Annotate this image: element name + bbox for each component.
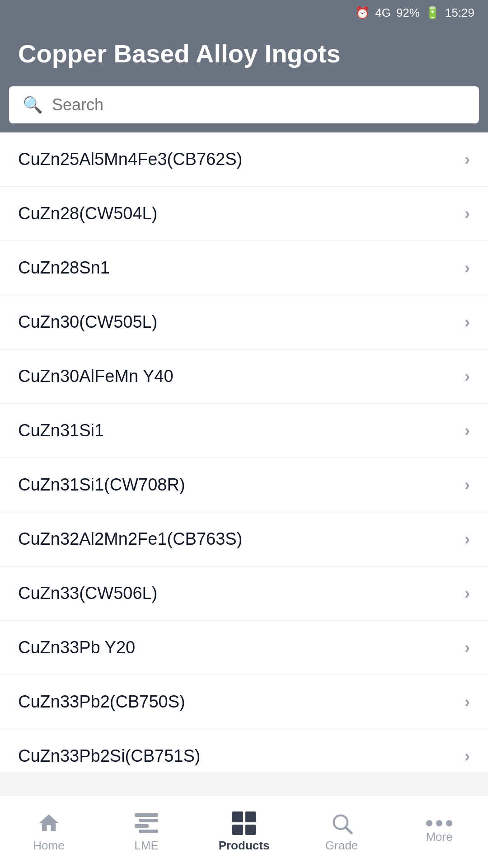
search-bar[interactable]: 🔍 <box>9 86 479 123</box>
chevron-right-icon: › <box>465 150 470 169</box>
chevron-right-icon: › <box>465 693 470 712</box>
bottom-navigation: Home LME Products Grade M <box>0 796 488 868</box>
status-bar: ⏰ 4G 92% 🔋 15:29 <box>0 0 488 25</box>
svg-line-1 <box>346 828 352 833</box>
nav-item-products[interactable]: Products <box>195 804 293 860</box>
chevron-right-icon: › <box>465 476 470 495</box>
list-item-label: CuZn31Si1(CW708R) <box>18 475 185 495</box>
list-item-label: CuZn28(CW504L) <box>18 204 157 223</box>
list-item[interactable]: CuZn33Pb Y20 › <box>0 621 488 675</box>
list-item-label: CuZn30(CW505L) <box>18 312 157 332</box>
battery-text: 92% <box>396 6 420 20</box>
search-input[interactable] <box>52 95 465 114</box>
list-item-label: CuZn31Si1 <box>18 421 104 440</box>
nav-item-grade[interactable]: Grade <box>293 804 390 860</box>
list-item[interactable]: CuZn28(CW504L) › <box>0 187 488 241</box>
chevron-right-icon: › <box>465 421 470 440</box>
chevron-right-icon: › <box>465 204 470 223</box>
nav-label-grade: Grade <box>325 839 358 853</box>
chevron-right-icon: › <box>465 747 470 766</box>
products-icon <box>232 811 256 835</box>
nav-label-more: More <box>426 830 452 844</box>
list-item[interactable]: CuZn33(CW506L) › <box>0 566 488 621</box>
chevron-right-icon: › <box>465 530 470 549</box>
time-display: 15:29 <box>445 6 474 20</box>
more-icon <box>426 820 452 826</box>
list-item[interactable]: CuZn30AlFeMn Y40 › <box>0 349 488 404</box>
list-item-label: CuZn33Pb2(CB750S) <box>18 692 185 712</box>
list-item[interactable]: CuZn28Sn1 › <box>0 241 488 295</box>
search-icon: 🔍 <box>23 95 43 114</box>
list-item-label: CuZn33Pb Y20 <box>18 638 135 657</box>
chevron-right-icon: › <box>465 638 470 657</box>
battery-icon: 🔋 <box>425 6 440 20</box>
list-item[interactable]: CuZn33Pb2(CB750S) › <box>0 675 488 729</box>
list-item-label: CuZn33Pb2Si(CB751S) <box>18 746 200 766</box>
list-item[interactable]: CuZn31Si1 › <box>0 404 488 458</box>
page-title: Copper Based Alloy Ingots <box>18 39 470 68</box>
chevron-right-icon: › <box>465 259 470 278</box>
chevron-right-icon: › <box>465 584 470 603</box>
nav-label-products: Products <box>219 839 270 853</box>
nav-item-more[interactable]: More <box>390 813 488 851</box>
nav-item-lme[interactable]: LME <box>98 804 195 860</box>
list-item-label: CuZn33(CW506L) <box>18 584 157 603</box>
home-icon <box>37 811 61 835</box>
list-item-label: CuZn30AlFeMn Y40 <box>18 367 174 386</box>
page-header: Copper Based Alloy Ingots <box>0 25 488 86</box>
list-item-label: CuZn25Al5Mn4Fe3(CB762S) <box>18 150 242 169</box>
list-item[interactable]: CuZn30(CW505L) › <box>0 295 488 349</box>
nav-label-home: Home <box>33 839 64 853</box>
chevron-right-icon: › <box>465 313 470 332</box>
grade-icon <box>330 811 353 835</box>
list-item[interactable]: CuZn25Al5Mn4Fe3(CB762S) › <box>0 132 488 187</box>
list-item-label: CuZn32Al2Mn2Fe1(CB763S) <box>18 529 242 549</box>
alloy-list: CuZn25Al5Mn4Fe3(CB762S) › CuZn28(CW504L)… <box>0 132 488 772</box>
status-icons: ⏰ 4G 92% 🔋 15:29 <box>355 6 474 20</box>
nav-item-home[interactable]: Home <box>0 804 98 860</box>
search-container: 🔍 <box>0 86 488 132</box>
chevron-right-icon: › <box>465 367 470 386</box>
signal-text: 4G <box>375 6 391 20</box>
alarm-icon: ⏰ <box>355 6 370 20</box>
nav-label-lme: LME <box>134 839 158 853</box>
lme-icon <box>135 811 158 835</box>
list-item[interactable]: CuZn33Pb2Si(CB751S) › <box>0 729 488 772</box>
list-item[interactable]: CuZn31Si1(CW708R) › <box>0 458 488 512</box>
list-item-label: CuZn28Sn1 <box>18 258 110 278</box>
list-item[interactable]: CuZn32Al2Mn2Fe1(CB763S) › <box>0 512 488 566</box>
